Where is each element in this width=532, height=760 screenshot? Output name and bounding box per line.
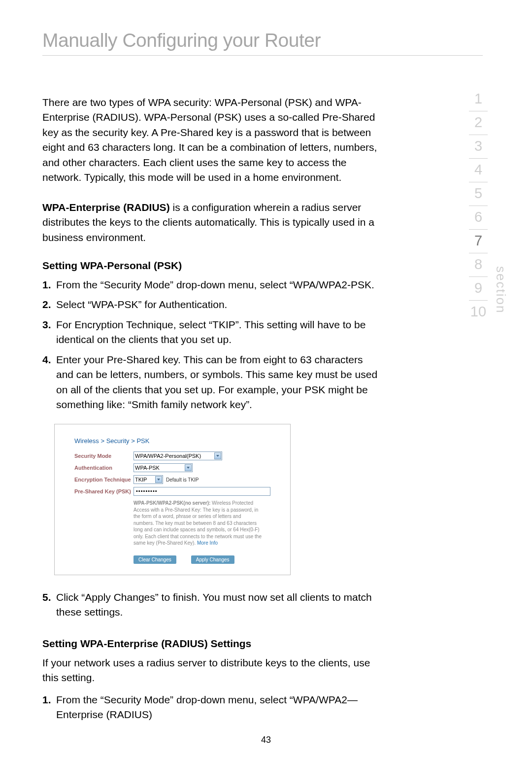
- step-3: 3.For Encryption Technique, select “TKIP…: [42, 317, 382, 347]
- chevron-down-icon: [214, 452, 221, 459]
- heading-psk: Setting WPA-Personal (PSK): [42, 260, 483, 272]
- select-security-mode-value: WPA/WPA2-Personal(PSK): [135, 453, 201, 459]
- label-authentication: Authentication: [74, 465, 133, 471]
- radius-step-1-text: From the “Security Mode” drop-down menu,…: [56, 694, 358, 720]
- nav-8[interactable]: 8: [469, 253, 488, 277]
- step-2: 2.Select “WPA-PSK” for Authentication.: [42, 297, 382, 312]
- step-1-text: From the “Security Mode” drop-down menu,…: [56, 279, 374, 290]
- select-encryption-value: TKIP: [135, 477, 147, 483]
- psk-help-text: WPA-PSK/WPA2-PSK(no server): Wireless Pr…: [133, 500, 262, 547]
- chevron-down-icon: [155, 476, 162, 483]
- breadcrumb: Wireless > Security > PSK: [74, 437, 270, 445]
- psk-help-bold: WPA-PSK/WPA2-PSK(no server):: [133, 500, 210, 506]
- more-info-link[interactable]: More Info: [197, 540, 218, 546]
- select-authentication[interactable]: WPA-PSK: [133, 463, 193, 472]
- select-security-mode[interactable]: WPA/WPA2-Personal(PSK): [133, 451, 222, 460]
- step-2-text: Select “WPA-PSK” for Authentication.: [56, 299, 227, 310]
- config-panel: Wireless > Security > PSK Security Mode …: [54, 424, 291, 575]
- step-4-text: Enter your Pre-Shared key. This can be f…: [56, 354, 377, 410]
- section-nav: 1 2 3 4 5 6 7 8 9 10: [469, 88, 488, 324]
- psk-help-rest: Wireless Protected Access with a Pre-Sha…: [133, 500, 262, 546]
- wpa-enterprise-label: WPA-Enterprise (RADIUS): [42, 202, 170, 213]
- nav-4[interactable]: 4: [469, 159, 488, 182]
- radius-step-1: 1.From the “Security Mode” drop-down men…: [42, 692, 382, 723]
- apply-changes-button[interactable]: Apply Changes: [191, 555, 234, 564]
- select-encryption[interactable]: TKIP: [133, 475, 163, 484]
- nav-6[interactable]: 6: [469, 206, 488, 230]
- nav-9[interactable]: 9: [469, 277, 488, 301]
- nav-3[interactable]: 3: [469, 135, 488, 159]
- step-5: 5.Click “Apply Changes” to finish. You m…: [42, 590, 382, 620]
- label-security-mode: Security Mode: [74, 453, 133, 459]
- step-4: 4.Enter your Pre-Shared key. This can be…: [42, 352, 382, 413]
- page-title: Manually Configuring your Router: [42, 30, 483, 51]
- psk-input[interactable]: •••••••••: [133, 487, 270, 496]
- step-1: 1.From the “Security Mode” drop-down men…: [42, 277, 382, 292]
- radius-intro: If your network uses a radius server to …: [42, 656, 382, 686]
- step-5-text: Click “Apply Changes” to finish. You mus…: [56, 591, 372, 618]
- nav-7-current[interactable]: 7: [469, 230, 488, 253]
- label-psk: Pre-Shared Key (PSK): [74, 488, 133, 494]
- page-number: 43: [0, 735, 532, 745]
- heading-radius: Setting WPA-Enterprise (RADIUS) Settings: [42, 638, 483, 650]
- encryption-default-note: Default is TKIP: [166, 477, 199, 483]
- wpa-enterprise-paragraph: WPA-Enterprise (RADIUS) is a configurati…: [42, 200, 382, 245]
- select-authentication-value: WPA-PSK: [135, 465, 160, 471]
- clear-changes-button[interactable]: Clear Changes: [133, 555, 176, 564]
- chevron-down-icon: [185, 464, 192, 471]
- label-encryption: Encryption Technique: [74, 477, 133, 483]
- nav-5[interactable]: 5: [469, 182, 488, 206]
- nav-1[interactable]: 1: [469, 88, 488, 111]
- section-label: section: [493, 266, 508, 313]
- intro-paragraph: There are two types of WPA security: WPA…: [42, 95, 382, 185]
- nav-2[interactable]: 2: [469, 111, 488, 135]
- step-3-text: For Encryption Technique, select “TKIP”.…: [56, 319, 366, 345]
- nav-10[interactable]: 10: [469, 301, 488, 324]
